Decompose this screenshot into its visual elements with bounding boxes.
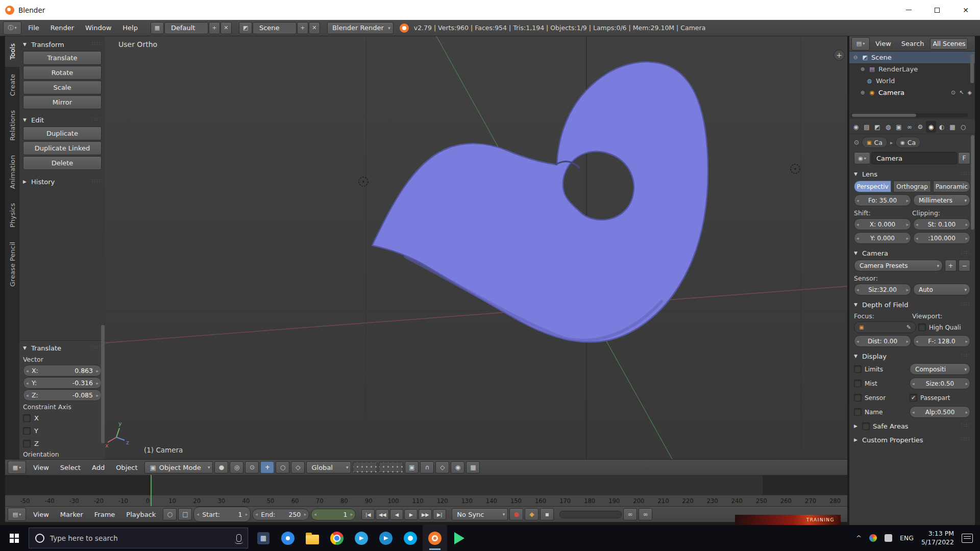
- timeline-menu-item[interactable]: View: [28, 507, 55, 522]
- layers-widget-group-1[interactable]: [353, 462, 377, 473]
- tab-tools[interactable]: Tools: [5, 36, 19, 67]
- taskbar-clock[interactable]: 3:13 PM 5/17/2022: [921, 530, 954, 546]
- visibility-eye-icon[interactable]: ⊙: [951, 89, 955, 96]
- properties-tab-icon[interactable]: ◩: [872, 121, 883, 133]
- pin-icon[interactable]: ⊙: [854, 139, 859, 146]
- high-quality-checkbox[interactable]: [918, 323, 926, 331]
- limits-checkbox[interactable]: [854, 365, 862, 373]
- menu-item[interactable]: Window: [80, 20, 117, 36]
- add-screen-layout-button[interactable]: [209, 22, 220, 34]
- properties-tab-icon[interactable]: ◉: [926, 121, 936, 133]
- outliner-row-scene[interactable]: ⊖ ◩ Scene: [849, 52, 975, 63]
- tool-button[interactable]: Mirror: [23, 95, 102, 109]
- active-keying-set-field[interactable]: [559, 511, 622, 518]
- history-panel-header[interactable]: ▶ History: [23, 176, 102, 188]
- mode-dropdown[interactable]: Object Mode: [144, 461, 213, 473]
- properties-tab-icon[interactable]: ◉: [851, 121, 861, 133]
- tab-grease-pencil[interactable]: Grease Pencil: [5, 235, 19, 294]
- outliner-row-world[interactable]: ◍ World: [849, 75, 975, 87]
- manipulator-scale-toggle[interactable]: [291, 461, 305, 473]
- viewport-menu-item[interactable]: Add: [86, 460, 110, 475]
- editor-type-info-button[interactable]: [3, 21, 21, 35]
- taskbar-app-calculator[interactable]: [251, 525, 276, 551]
- close-button[interactable]: [951, 0, 980, 20]
- name-checkbox[interactable]: [854, 408, 862, 416]
- lens-unit-dropdown[interactable]: Millimeters: [913, 194, 970, 206]
- outliner-search-menu[interactable]: Search: [897, 40, 929, 47]
- camera-panel-header[interactable]: ▼ Camera: [854, 247, 970, 259]
- pivot-point-dropdown[interactable]: [230, 461, 243, 473]
- menu-item[interactable]: File: [22, 20, 45, 36]
- tool-button[interactable]: Translate: [23, 51, 102, 65]
- properties-tab-icon[interactable]: ▣: [894, 121, 904, 133]
- minimize-button[interactable]: [894, 0, 923, 20]
- camera-presets-dropdown[interactable]: Camera Presets: [854, 260, 943, 271]
- manipulator-rotate-toggle[interactable]: [276, 461, 289, 473]
- taskbar-app-messenger[interactable]: [276, 525, 300, 551]
- transport-button[interactable]: ▶|: [433, 509, 446, 520]
- properties-tab-icon[interactable]: ○: [958, 121, 968, 133]
- lens-panel-header[interactable]: ▼ Lens: [854, 168, 970, 180]
- timeline-ruler[interactable]: -50-40-30-20-100102030405060708090100110…: [5, 495, 847, 506]
- outliner-vscroll-thumb[interactable]: [970, 54, 974, 83]
- taskbar-app-blender[interactable]: [423, 525, 447, 551]
- breadcrumb-object-chip[interactable]: ▣ Ca: [862, 137, 888, 148]
- snap-magnet-toggle[interactable]: [420, 461, 434, 473]
- transport-button[interactable]: ◀: [390, 509, 403, 520]
- transform-panel-header[interactable]: ▼ Transform: [23, 38, 102, 51]
- timeline-track[interactable]: [5, 475, 847, 495]
- properties-vscroll-thumb[interactable]: [971, 135, 974, 230]
- tool-button[interactable]: Rotate: [23, 66, 102, 80]
- layers-widget-group-2[interactable]: [379, 462, 403, 473]
- constraint-y-checkbox[interactable]: [23, 427, 31, 435]
- mist-checkbox[interactable]: [854, 380, 862, 387]
- menu-item[interactable]: Render: [45, 20, 80, 36]
- editor-type-timeline-button[interactable]: [8, 508, 26, 521]
- delete-key-link-button[interactable]: [639, 508, 652, 520]
- taskbar-app-telegram-2[interactable]: [374, 525, 398, 551]
- opengl-render-anim-button[interactable]: [466, 461, 480, 473]
- snap-element-dropdown[interactable]: [435, 461, 449, 473]
- taskbar-app-play[interactable]: [447, 525, 472, 551]
- use-preview-range-toggle[interactable]: [163, 508, 177, 520]
- vector-y-field[interactable]: Y: -0.316: [23, 377, 102, 389]
- dof-distance-field[interactable]: Dist: 0.00: [854, 335, 911, 347]
- vector-x-field[interactable]: X: 0.863: [23, 365, 102, 377]
- timeline-menu-item[interactable]: Playback: [120, 507, 161, 522]
- editor-type-outliner-button[interactable]: [851, 37, 870, 51]
- selectability-cursor-icon[interactable]: ↖: [959, 89, 964, 96]
- operator-panel-header[interactable]: ▼ Translate: [23, 342, 102, 354]
- transform-orientation-dropdown[interactable]: Global: [306, 461, 351, 473]
- properties-region-expand-icon[interactable]: +: [834, 49, 845, 61]
- tool-button[interactable]: Scale: [23, 81, 102, 94]
- transport-button[interactable]: |◀: [361, 509, 375, 520]
- delete-scene-button[interactable]: [309, 22, 320, 34]
- properties-tab-icon[interactable]: ▤: [862, 121, 872, 133]
- tool-button[interactable]: Duplicate: [23, 127, 102, 140]
- vector-z-field[interactable]: Z: -0.085: [23, 389, 102, 401]
- properties-tab-icon[interactable]: ◍: [883, 121, 893, 133]
- dof-fstop-field[interactable]: F-: 128.0: [913, 335, 970, 347]
- start-button[interactable]: [0, 525, 29, 551]
- properties-tab-icon[interactable]: ∞: [904, 121, 915, 133]
- microphone-icon[interactable]: [236, 534, 241, 542]
- insert-key-link-button[interactable]: [623, 508, 637, 520]
- timeline-menu-item[interactable]: Marker: [55, 507, 89, 522]
- expand-icon[interactable]: ⊕: [860, 90, 866, 95]
- toolshelf-scrollbar[interactable]: [101, 325, 105, 443]
- transport-button[interactable]: ◀◀: [376, 509, 389, 520]
- focal-length-field[interactable]: Fo: 35.00: [854, 194, 911, 206]
- viewport-menu-item[interactable]: Object: [110, 460, 143, 475]
- tray-color-icon[interactable]: [869, 534, 877, 542]
- tab-physics[interactable]: Physics: [5, 196, 19, 235]
- taskbar-app-file-explorer[interactable]: [300, 525, 325, 551]
- outliner-hscroll-thumb[interactable]: [852, 114, 916, 117]
- shift-y-field[interactable]: Y: 0.000: [854, 232, 911, 244]
- screen-layout-name[interactable]: Default: [164, 22, 208, 34]
- safe-areas-panel-header[interactable]: ▶ Safe Areas: [854, 420, 970, 432]
- custom-properties-panel-header[interactable]: ▶ Custom Properties: [854, 434, 970, 445]
- current-frame-field[interactable]: 1: [311, 509, 356, 520]
- manipulator-translate-toggle[interactable]: [260, 461, 274, 473]
- taskbar-app-chrome[interactable]: [325, 525, 349, 551]
- auto-keyframe-record-button[interactable]: [509, 508, 523, 520]
